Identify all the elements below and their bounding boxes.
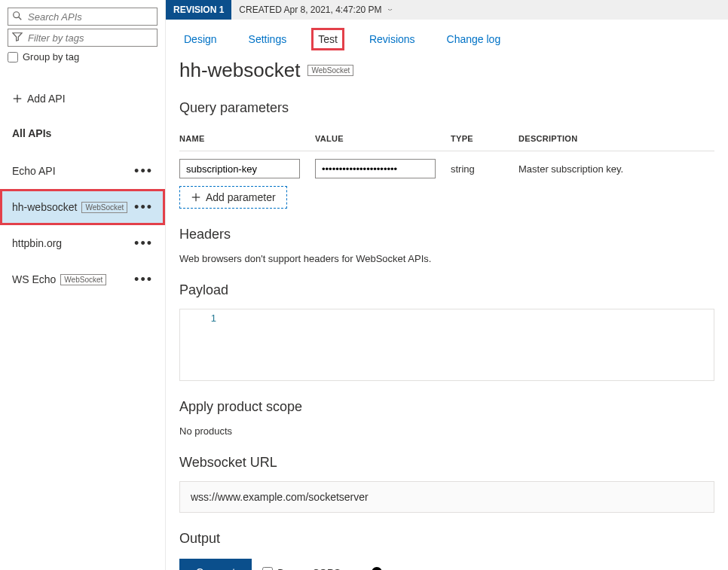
section-query-parameters: Query parameters — [179, 100, 714, 116]
sidebar-item-httpbin[interactable]: httpbin.org ••• — [8, 225, 158, 261]
query-parameters-table: NAME VALUE TYPE DESCRIPTION string Maste… — [179, 126, 714, 181]
section-payload: Payload — [179, 282, 714, 298]
table-row: string Master subscription key. — [179, 151, 714, 182]
more-icon[interactable]: ••• — [134, 163, 153, 179]
col-type: TYPE — [451, 126, 518, 151]
chevron-down-icon: › — [385, 9, 396, 11]
add-parameter-label: Add parameter — [206, 191, 276, 203]
sidebar-item-ws-echo[interactable]: WS Echo WebSocket ••• — [8, 261, 158, 297]
tab-revisions[interactable]: Revisions — [365, 30, 420, 48]
headers-note: Web browsers don't support headers for W… — [179, 253, 714, 264]
api-name-label: httpbin.org — [12, 237, 62, 249]
section-websocket-url: Websocket URL — [179, 455, 714, 471]
col-value: VALUE — [315, 126, 451, 151]
section-headers: Headers — [179, 227, 714, 242]
plus-icon — [12, 93, 23, 104]
add-api-label: Add API — [27, 93, 66, 105]
revision-badge[interactable]: REVISION 1 — [166, 0, 231, 20]
more-icon[interactable]: ••• — [134, 200, 153, 215]
payload-editor[interactable]: 1 — [179, 309, 714, 381]
created-timestamp: Apr 8, 2021, 4:47:20 PM — [283, 5, 381, 15]
section-output: Output — [179, 531, 714, 547]
payload-content[interactable] — [222, 309, 714, 380]
add-api-button[interactable]: Add API — [12, 93, 158, 105]
search-apis-row — [8, 8, 158, 26]
payload-line-number: 1 — [180, 309, 222, 380]
filter-tags-row — [8, 29, 158, 47]
more-icon[interactable]: ••• — [134, 272, 153, 288]
tab-change-log[interactable]: Change log — [442, 30, 506, 48]
sidebar-item-echo-api[interactable]: Echo API ••• — [8, 153, 158, 189]
tab-design[interactable]: Design — [179, 30, 222, 48]
search-icon — [12, 11, 23, 23]
main-pane: REVISION 1 CREATED Apr 8, 2021, 4:47:20 … — [166, 0, 728, 570]
sidebar: Group by tag Add API All APIs Echo API •… — [0, 0, 166, 570]
param-value-input[interactable] — [315, 159, 436, 178]
svg-line-1 — [19, 17, 22, 20]
info-icon[interactable]: i — [372, 567, 382, 570]
revision-created[interactable]: CREATED Apr 8, 2021, 4:47:20 PM › — [231, 5, 392, 15]
group-by-tag-row[interactable]: Group by tag — [8, 51, 158, 62]
websocket-badge: WebSocket — [81, 202, 127, 213]
svg-point-0 — [14, 12, 20, 18]
page-title-text: hh-websocket — [179, 59, 300, 82]
sidebar-item-hh-websocket[interactable]: hh-websocket WebSocket ••• — [0, 189, 165, 225]
all-apis-header[interactable]: All APIs — [12, 127, 158, 139]
col-description: DESCRIPTION — [518, 126, 714, 151]
add-parameter-button[interactable]: Add parameter — [179, 186, 287, 209]
filter-input[interactable] — [8, 29, 158, 47]
tabs: Design Settings Test Revisions Change lo… — [166, 20, 728, 56]
bypass-cors-checkbox[interactable] — [262, 567, 273, 570]
bypass-cors-label: Bypass CORS proxy — [277, 567, 367, 571]
search-input[interactable] — [8, 8, 158, 26]
tab-settings[interactable]: Settings — [244, 30, 292, 48]
revision-bar: REVISION 1 CREATED Apr 8, 2021, 4:47:20 … — [166, 0, 728, 20]
col-name: NAME — [179, 126, 315, 151]
tab-test[interactable]: Test — [314, 30, 342, 48]
websocket-badge: WebSocket — [307, 65, 353, 76]
group-by-tag-checkbox[interactable] — [8, 52, 18, 62]
connect-button[interactable]: Connect — [179, 559, 252, 570]
no-products-text: No products — [179, 425, 714, 437]
param-type: string — [451, 151, 518, 182]
section-product-scope: Apply product scope — [179, 399, 714, 415]
param-description: Master subscription key. — [518, 151, 714, 182]
page-title: hh-websocket WebSocket — [179, 59, 714, 82]
websocket-url-value[interactable]: wss://www.example.com/socketserver — [179, 481, 714, 513]
filter-icon — [12, 32, 23, 44]
group-by-tag-label: Group by tag — [23, 51, 79, 62]
bypass-cors-row[interactable]: Bypass CORS proxy i — [262, 567, 382, 571]
more-icon[interactable]: ••• — [134, 236, 153, 251]
api-name-label: Echo API — [12, 165, 56, 177]
api-name-label: WS Echo — [12, 273, 56, 285]
param-name-input[interactable] — [179, 159, 300, 178]
websocket-badge: WebSocket — [60, 274, 106, 285]
api-name-label: hh-websocket — [12, 201, 77, 213]
created-prefix: CREATED — [239, 5, 281, 15]
plus-icon — [191, 192, 201, 203]
